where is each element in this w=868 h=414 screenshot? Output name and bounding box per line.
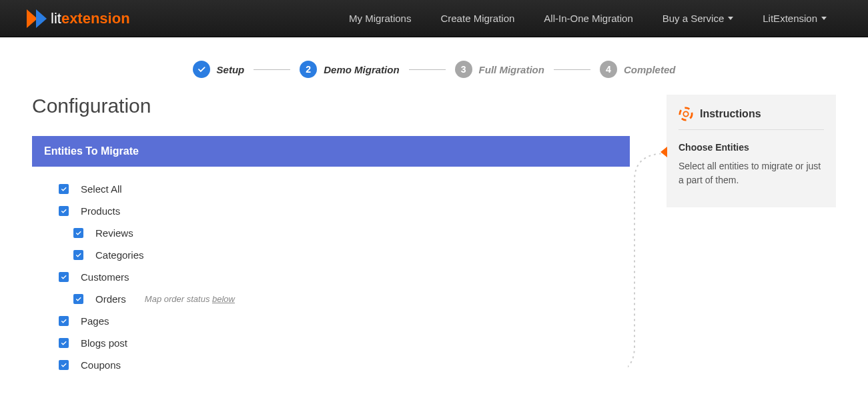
top-navbar: litextension My Migrations Create Migrat… — [0, 0, 868, 37]
step-completed[interactable]: 4 Completed — [600, 61, 676, 78]
entity-orders[interactable]: Orders Map order status below — [59, 293, 630, 305]
checkbox-orders[interactable] — [73, 294, 83, 304]
instructions-panel: Instructions Choose Entities Select all … — [667, 95, 836, 207]
nav-create-migration[interactable]: Create Migration — [426, 1, 529, 36]
checkbox-select-all[interactable] — [59, 184, 69, 194]
nav-litextension[interactable]: LitExtension — [748, 1, 841, 36]
step-full-label: Full Migration — [479, 64, 544, 75]
checkbox-products[interactable] — [59, 206, 69, 216]
caret-icon — [821, 17, 827, 20]
step-full-migration[interactable]: 3 Full Migration — [455, 61, 544, 78]
step-number: 3 — [455, 61, 472, 78]
step-connector — [409, 69, 446, 70]
svg-marker-1 — [36, 9, 47, 28]
step-setup[interactable]: Setup — [193, 61, 245, 78]
logo-icon — [27, 9, 47, 28]
progress-stepper: Setup 2 Demo Migration 3 Full Migration … — [0, 37, 868, 95]
instructions-header: Instructions — [679, 107, 824, 130]
entity-categories[interactable]: Categories — [59, 249, 630, 261]
svg-point-2 — [680, 108, 692, 120]
entity-coupons[interactable]: Coupons — [59, 359, 630, 371]
step-completed-label: Completed — [624, 64, 676, 75]
nav-litextension-label: LitExtension — [763, 13, 817, 24]
check-icon — [193, 61, 210, 78]
entity-products[interactable]: Products — [59, 205, 630, 217]
entity-blogs[interactable]: Blogs post — [59, 337, 630, 349]
sidebar: Instructions Choose Entities Select all … — [667, 95, 836, 381]
nav-buy-service-label: Buy a Service — [663, 13, 725, 24]
entity-label: Orders — [95, 293, 126, 305]
step-connector — [554, 69, 590, 70]
entities-list: Select All Products Reviews Categories C… — [32, 183, 630, 371]
step-connector — [254, 69, 290, 70]
checkbox-coupons[interactable] — [59, 360, 69, 370]
brand-logo[interactable]: litextension — [27, 9, 130, 28]
instructions-text: Select all entities to migrate or just a… — [679, 159, 824, 187]
step-setup-label: Setup — [217, 64, 245, 75]
map-order-status-link[interactable]: below — [212, 294, 235, 304]
nav-aio-migration[interactable]: All-In-One Migration — [529, 1, 647, 36]
section-entities-header: Entities To Migrate — [32, 136, 630, 167]
page-title: Configuration — [32, 95, 630, 117]
step-number: 2 — [300, 61, 317, 78]
entity-select-all[interactable]: Select All — [59, 183, 630, 195]
nav-my-migrations[interactable]: My Migrations — [334, 1, 426, 36]
step-number: 4 — [600, 61, 617, 78]
step-demo-migration[interactable]: 2 Demo Migration — [300, 61, 399, 78]
entity-label: Select All — [81, 183, 122, 195]
step-demo-label: Demo Migration — [324, 64, 399, 75]
entity-label: Customers — [81, 271, 129, 283]
checkbox-pages[interactable] — [59, 316, 69, 326]
nav-buy-service[interactable]: Buy a Service — [648, 1, 749, 36]
entity-orders-note: Map order status below — [145, 294, 235, 304]
entity-reviews[interactable]: Reviews — [59, 227, 630, 239]
instructions-section-title: Choose Entities — [679, 142, 824, 153]
main-container: Configuration Entities To Migrate Select… — [0, 95, 868, 381]
primary-nav: My Migrations Create Migration All-In-On… — [334, 1, 841, 36]
checkbox-reviews[interactable] — [73, 228, 83, 238]
caret-icon — [728, 17, 733, 20]
entity-pages[interactable]: Pages — [59, 315, 630, 327]
entity-customers[interactable]: Customers — [59, 271, 630, 283]
entity-label: Products — [81, 205, 120, 217]
checkbox-blogs[interactable] — [59, 338, 69, 348]
entity-label: Blogs post — [81, 337, 127, 349]
instructions-title: Instructions — [700, 108, 761, 120]
checkbox-categories[interactable] — [73, 250, 83, 260]
dotted-connector — [628, 153, 667, 373]
svg-point-3 — [683, 111, 688, 116]
arrow-left-icon — [661, 147, 667, 157]
checkbox-customers[interactable] — [59, 272, 69, 282]
main-column: Configuration Entities To Migrate Select… — [32, 95, 630, 381]
svg-marker-0 — [27, 9, 37, 28]
entity-label: Reviews — [95, 227, 133, 239]
logo-text: litextension — [51, 10, 130, 27]
entity-label: Pages — [81, 315, 109, 327]
lifebuoy-icon — [679, 107, 693, 121]
entity-label: Categories — [95, 249, 144, 261]
entity-label: Coupons — [81, 359, 121, 371]
